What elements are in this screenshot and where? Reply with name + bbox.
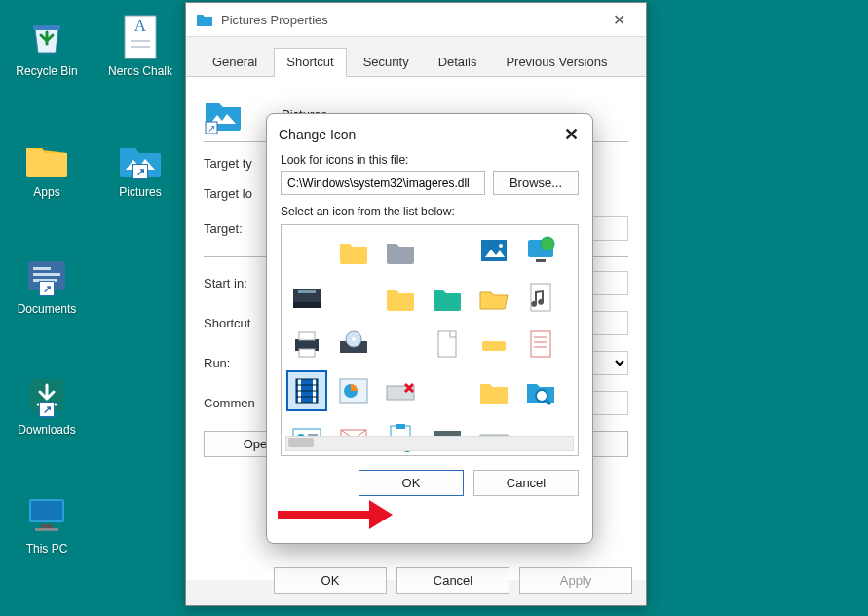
ok-button[interactable]: OK xyxy=(274,567,387,594)
icon-item-file[interactable] xyxy=(428,325,467,364)
tab-general[interactable]: General xyxy=(200,48,270,77)
svg-rect-7 xyxy=(33,273,60,276)
svg-rect-32 xyxy=(438,331,456,357)
shortcut-arrow-icon: ↗ xyxy=(39,402,55,417)
icon-item-blank[interactable] xyxy=(287,231,326,270)
desktop-icon-label: Pictures xyxy=(101,185,179,199)
icon-item-pie-chart[interactable] xyxy=(334,371,373,410)
desktop-icon-label: This PC xyxy=(8,542,86,556)
desktop-icon-documents[interactable]: ↗ Documents xyxy=(8,251,86,316)
svg-rect-21 xyxy=(536,259,546,262)
browse-button[interactable]: Browse... xyxy=(493,171,579,195)
icon-item-music-file[interactable] xyxy=(521,278,560,317)
desktop-icon-label: Recycle Bin xyxy=(8,64,86,78)
icon-item-monitor-globe[interactable] xyxy=(521,231,560,270)
tab-previous-versions[interactable]: Previous Versions xyxy=(493,48,620,77)
shortcut-arrow-icon: ↗ xyxy=(132,164,148,179)
svg-point-20 xyxy=(541,237,554,250)
svg-text:A: A xyxy=(134,17,147,35)
icon-item-floppy-drive[interactable] xyxy=(287,278,326,317)
cancel-button[interactable]: Cancel xyxy=(396,567,509,594)
icon-item-lined-paper[interactable] xyxy=(521,325,560,364)
svg-rect-0 xyxy=(33,25,60,30)
label-comment: Commen xyxy=(204,396,276,410)
svg-rect-34 xyxy=(531,331,550,357)
label-target: Target: xyxy=(204,221,276,236)
close-button[interactable]: ✕ xyxy=(561,124,581,145)
svg-rect-12 xyxy=(31,501,62,520)
desktop-icon-recycle-bin[interactable]: Recycle Bin xyxy=(8,14,86,78)
desktop-icon-label: Apps xyxy=(8,185,86,199)
shortcut-arrow-icon: ↗ xyxy=(39,281,55,296)
dialog-title: Change Icon xyxy=(279,127,561,142)
desktop-icon-this-pc[interactable]: This PC xyxy=(8,491,86,556)
svg-text:↗: ↗ xyxy=(208,123,215,134)
pictures-folder-icon xyxy=(196,11,213,28)
titlebar[interactable]: Pictures Properties ✕ xyxy=(186,3,646,37)
icon-item-dvd-drive[interactable] xyxy=(334,325,373,364)
look-label: Look for icons in this file: xyxy=(281,153,579,167)
icon-item-folder-gray[interactable] xyxy=(381,231,420,270)
desktop-icon-label: Downloads xyxy=(8,423,86,437)
ok-button[interactable]: OK xyxy=(359,470,464,496)
tab-details[interactable]: Details xyxy=(426,48,490,77)
label-shortcut-key: Shortcut xyxy=(204,316,276,330)
apply-button[interactable]: Apply xyxy=(519,567,632,594)
icon-item-folder-teal[interactable] xyxy=(428,278,467,317)
desktop-icon-nerds-chalk[interactable]: A Nerds Chalk xyxy=(101,14,179,78)
close-button[interactable]: ✕ xyxy=(601,11,636,29)
cancel-button[interactable]: Cancel xyxy=(473,470,579,496)
label-target-location: Target lo xyxy=(204,186,276,201)
desktop-icon-pictures[interactable]: ↗ Pictures xyxy=(101,135,179,199)
icon-item-rect-yellow[interactable] xyxy=(474,325,513,364)
label-run: Run: xyxy=(204,356,276,370)
desktop-icon-downloads[interactable]: ↗ Downloads xyxy=(8,372,86,437)
tab-security[interactable]: Security xyxy=(351,48,422,77)
label-target-type: Target ty xyxy=(204,156,276,171)
icon-item-blank[interactable] xyxy=(334,278,373,317)
dialog-footer: OK Cancel Apply xyxy=(274,567,632,594)
desktop-icon-label: Nerds Chalk xyxy=(101,64,179,78)
icon-item-drive-x[interactable] xyxy=(381,371,420,410)
svg-rect-28 xyxy=(299,349,315,357)
icon-item-folder-open[interactable] xyxy=(474,278,513,317)
icon-item-blank[interactable] xyxy=(428,231,467,270)
icon-path-input[interactable] xyxy=(281,171,485,195)
svg-rect-6 xyxy=(33,267,51,270)
tab-shortcut[interactable]: Shortcut xyxy=(274,48,346,77)
svg-rect-14 xyxy=(35,528,58,531)
icon-item-blank[interactable] xyxy=(428,371,467,410)
svg-point-31 xyxy=(352,337,356,341)
svg-point-18 xyxy=(499,244,503,248)
svg-rect-24 xyxy=(293,302,321,308)
svg-rect-17 xyxy=(481,240,507,261)
dialog-header[interactable]: Change Icon ✕ xyxy=(267,114,592,153)
pictures-folder-icon: ↗ xyxy=(204,95,243,134)
icon-item-picture[interactable] xyxy=(474,231,513,270)
svg-rect-27 xyxy=(299,332,315,340)
window-title: Pictures Properties xyxy=(221,13,601,27)
svg-rect-56 xyxy=(396,424,405,429)
icon-item-folder-yellow[interactable] xyxy=(381,278,420,317)
desktop-icon-label: Documents xyxy=(8,302,86,316)
svg-rect-13 xyxy=(41,524,53,528)
icon-item-folder-yellow[interactable] xyxy=(334,231,373,270)
label-start-in: Start in: xyxy=(204,276,276,290)
icon-item-printer[interactable] xyxy=(287,325,326,364)
icon-item-film[interactable] xyxy=(287,371,326,410)
select-label: Select an icon from the list below: xyxy=(281,205,579,218)
icon-item-search-folder[interactable] xyxy=(521,371,560,410)
svg-rect-23 xyxy=(298,290,316,293)
horizontal-scrollbar[interactable] xyxy=(285,436,574,451)
svg-rect-33 xyxy=(482,341,506,351)
change-icon-dialog: Change Icon ✕ Look for icons in this fil… xyxy=(266,113,593,544)
icon-item-folder-yellow[interactable] xyxy=(474,371,513,410)
tab-strip: General Shortcut Security Details Previo… xyxy=(186,37,646,77)
desktop-icon-apps[interactable]: Apps xyxy=(8,135,86,199)
icon-item-blank[interactable] xyxy=(381,325,420,364)
icon-list[interactable] xyxy=(281,224,579,456)
